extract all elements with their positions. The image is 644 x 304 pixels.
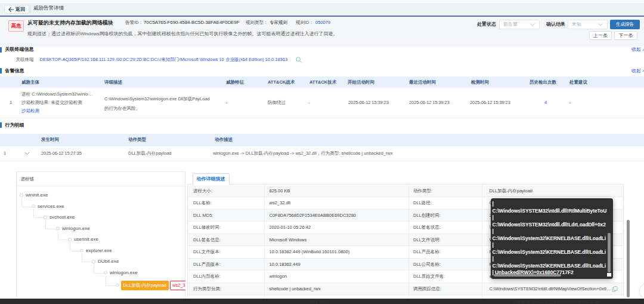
rule-type-label: 规则类型： <box>246 19 268 26</box>
tree-connector <box>33 209 34 218</box>
ghost-text: C0F8DA7568D2F1534E0ABB0E69DC3280 <box>513 299 600 304</box>
search-icon[interactable] <box>296 57 302 63</box>
detail-label: DLL产品名称: <box>413 246 441 259</box>
history-count-link[interactable]: 4 <box>544 99 547 106</box>
tree-connector <box>58 239 68 240</box>
expand-chevron-icon[interactable] <box>24 152 30 155</box>
tree-node-dot <box>92 260 95 263</box>
page-scrollbar[interactable] <box>627 220 630 297</box>
detail-label: DLL产品版本: <box>193 259 221 271</box>
detail-value: 10.0.18362.449 <box>270 259 301 271</box>
row-index: 1 <box>4 150 6 157</box>
confirm-result-label: 确认结果 <box>546 20 565 28</box>
call-stack-line: C:\Windows\System32\KERNELBASE.dll!LoadL… <box>493 263 613 270</box>
behavior-table-header: 发生时间动作类型动作描述 <box>0 134 644 146</box>
detail-label: 进程大小: <box>193 185 212 198</box>
behavior-time: 2025-06-12 15:27:35 <box>41 150 82 157</box>
confirm-result-select[interactable]: 未知 <box>568 20 608 29</box>
call-stack-line: C:\Windows\SYSTEM32\ntdll.dll!RtlMultiBy… <box>493 208 613 215</box>
next-button[interactable]: 下一条 <box>614 31 637 40</box>
column-separator <box>264 185 265 304</box>
collapse-label: 收起 <box>631 47 641 53</box>
detail-label: DLL创建时间: <box>413 210 441 222</box>
tree-node-label: userinit.exe <box>74 236 98 243</box>
detail-label: DLL公司名称: <box>413 259 441 271</box>
dispose-status-label: 处置状态 <box>477 20 496 28</box>
tree-node-dot <box>68 238 72 241</box>
detail-row: 进程大小:825.00 KB动作类型:DLL加载-内存payload <box>188 185 623 198</box>
tree-connector <box>70 242 70 251</box>
tooltip-horizontal-scrollbar[interactable] <box>494 274 561 277</box>
behavior-section-header: 行为明细 <box>0 122 24 128</box>
tree-connector <box>106 285 116 286</box>
column-header: 动作类型 <box>128 134 146 146</box>
behavior-desc: winlogon.exe -> DLL加载-内存payload -> ws2_3… <box>213 150 393 157</box>
tab-action-detail[interactable]: 动作详细描述 <box>193 173 230 185</box>
column-header: 检测时间 <box>471 76 489 88</box>
tree-connector <box>70 251 80 251</box>
terminal-collapse-link[interactable]: 收起 <box>631 47 644 53</box>
detail-label: 动作类型: <box>413 185 432 198</box>
terminal-link[interactable]: DESKTOP-AQ365IF/192.168.111.129 /00:0C:2… <box>40 56 288 63</box>
confirm-result-value: 未知 <box>572 20 581 29</box>
column-header: 详细描述 <box>104 76 122 88</box>
rule-id-link[interactable]: 050079 <box>315 19 330 26</box>
column-header: ATT&CK技术 <box>309 76 336 88</box>
detail-label: DLL内部名称: <box>193 271 221 283</box>
behavior-type: DLL加载-内存payload <box>128 150 172 157</box>
start-time-value: 2025-06-12 15:39:23 <box>348 99 389 106</box>
tree-node-dot <box>104 271 107 275</box>
terminal-label: 关联终端 <box>16 56 34 63</box>
process-chain-title: 进程链 <box>17 172 185 186</box>
tree-node-label: svchost.exe <box>49 214 75 221</box>
call-stack-line: C:\Windows\SYSTEM32\ntdll.dll!LdrLoadDll… <box>493 222 613 229</box>
detail-label: 行为类型分类: <box>193 283 221 296</box>
copy-icon[interactable] <box>612 286 618 292</box>
detail-label: DLL修改时间: <box>193 222 221 234</box>
threat-feature-value: - <box>226 99 228 106</box>
back-to-top-button[interactable] <box>639 283 644 299</box>
call-stack-line: | <box>493 242 613 249</box>
dll-chip[interactable]: ws2_32.dll <box>170 281 186 290</box>
sandbox-detect-link[interactable]: 沙箱检测 <box>21 108 39 115</box>
call-stack-tooltip: |C:\Windows\SYSTEM32\ntdll.dll!RtlMultiB… <box>491 198 613 279</box>
back-button[interactable]: 返回 <box>4 5 29 14</box>
alert-id-value: 70C5A765-F690-4584-BC5D-38FAE4F0DE9F <box>144 19 240 26</box>
dispose-status-select[interactable]: 新告警 <box>499 20 540 29</box>
tooltip-scrollbar-corner <box>607 273 611 277</box>
behavior-section-title: 行为明细 <box>5 122 24 128</box>
threat-subject-line1: 进程 C:\Windows\System32\winlo… <box>21 91 92 98</box>
rule-type-value: 专家规则 <box>270 19 287 26</box>
call-stack-line: | <box>493 256 613 263</box>
call-stack-line: | <box>493 214 613 222</box>
call-stack-line: C:\Windows\System32\KERNELBASE.dll!LoadL… <box>493 249 613 256</box>
detail-label: DLL签名信息: <box>193 234 221 247</box>
alert-title: 从可疑的未支持内存加载的网络模块 <box>27 19 113 26</box>
tree-node-label: explorer.exe <box>86 247 112 254</box>
tooltip-vertical-scrollbar[interactable] <box>608 233 611 272</box>
column-header: 处置建议 <box>569 76 587 88</box>
tree-node-dot <box>56 227 60 231</box>
alert-table-row <box>0 88 644 118</box>
tree-connector <box>82 262 92 262</box>
tree-connector <box>58 231 58 240</box>
section-accent-bar <box>0 47 2 53</box>
tree-node-dot <box>20 194 23 197</box>
tree-node-label: wininit.exe <box>26 192 48 199</box>
dispose-status-value: 新告警 <box>503 20 518 29</box>
action-chip[interactable]: DLL加载-内存payload <box>121 281 169 290</box>
detail-value: 10.0.18362.449 (WinBuild.160101.0800) <box>270 246 350 259</box>
prev-button[interactable]: 上一条 <box>589 31 612 40</box>
detail-label: DLL文件说明: <box>413 234 441 247</box>
call-stack-line: | <box>493 201 613 208</box>
detail-label: DLL路径: <box>413 197 432 210</box>
threat-subject-line2: 沙箱检测结果: 未提交沙箱检测 <box>21 99 82 106</box>
tree-node-label: DUbit.exe <box>98 258 119 265</box>
alert-info-collapse-link[interactable]: 收起 <box>631 68 644 74</box>
recent-time-value: 2025-06-12 15:39:23 <box>409 99 450 106</box>
generate-report-button[interactable]: 生成报告 <box>610 20 640 29</box>
tree-connector <box>106 275 106 285</box>
row-index: 1 <box>10 99 12 106</box>
detect-time-value: 2025-06-12 15:39:23 <box>470 99 510 106</box>
detail-value: ws2_32.dll <box>270 197 290 210</box>
